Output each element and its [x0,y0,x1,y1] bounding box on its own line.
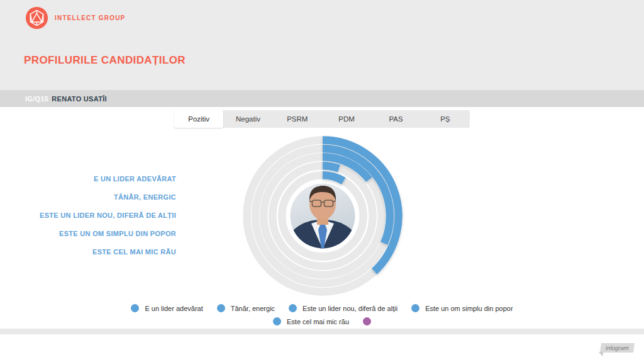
legend-item: Tânăr, energic [217,304,275,312]
tab-pozitiv[interactable]: Pozitiv [174,110,223,128]
radial-chart [235,128,411,304]
legend-item: Este un lider nou, diferă de alții [289,304,397,312]
legend-row-1: E un lider adevăratTânăr, energicEste un… [0,304,644,312]
axis-label: E UN LIDER ADEVĂRAT [0,170,176,188]
candidate-photo [290,183,355,249]
legend-dot-icon [273,317,281,325]
legend-item: E un lider adevărat [131,304,203,312]
axis-label: ESTE UN OM SIMPLU DIN POPOR [0,225,176,243]
legend-label: E un lider adevărat [145,305,203,312]
legend-label: Este un om simplu din popor [425,305,513,312]
intellect-group-logo-icon [25,6,48,30]
legend-label: Tânăr, energic [231,305,275,312]
question-code: IG/Q15 [25,95,48,103]
value-arc [323,175,343,181]
header-section: INTELLECT GROUP PROFILURILE CANDIDAȚILOR [0,0,644,90]
legend-dot-icon [411,304,419,312]
tab-pas[interactable]: PAS [371,110,420,128]
brand-name: INTELLECT GROUP [55,14,125,21]
tab-pdm[interactable]: PDM [322,110,371,128]
axis-label: ESTE CEL MAI MIC RĂU [0,243,176,261]
tab-negativ[interactable]: Negativ [223,110,272,128]
axis-label: ESTE UN LIDER NOU, DIFERĂ DE ALȚII [0,206,176,225]
infogram-page: INTELLECT GROUP PROFILURILE CANDIDAȚILOR… [0,0,644,362]
legend-dot-icon [217,304,225,312]
legend-label: Este un lider nou, diferă de alții [303,305,397,312]
bottom-divider [0,329,644,334]
page-title: PROFILURILE CANDIDAȚILOR [24,54,186,67]
legend-item [363,317,371,325]
tab-psrm[interactable]: PSRM [273,110,322,128]
legend-item: Este cel mai mic rău [273,317,349,325]
legend-label: Este cel mai mic rău [287,318,349,325]
legend-dot-icon [131,304,139,312]
legend-dot-icon [289,304,297,312]
axis-label: TÂNĂR, ENERGIC [0,188,176,206]
legend-row-2: Este cel mai mic rău [0,317,644,325]
infogram-badge[interactable]: infogram [600,343,635,353]
tab-bar: PozitivNegativPSRMPDMPASPȘ [174,110,470,128]
brand: INTELLECT GROUP [25,6,125,30]
legend-dot-icon [363,317,371,325]
legend-item: Este un om simplu din popor [411,304,513,312]
subject-bar: IG/Q15 RENATO USATÎI [0,90,644,107]
axis-labels: E UN LIDER ADEVĂRATTÂNĂR, ENERGICESTE UN… [0,170,176,261]
tab-pș[interactable]: PȘ [421,110,470,128]
value-arc [323,166,339,168]
candidate-name: RENATO USATÎI [52,95,107,103]
